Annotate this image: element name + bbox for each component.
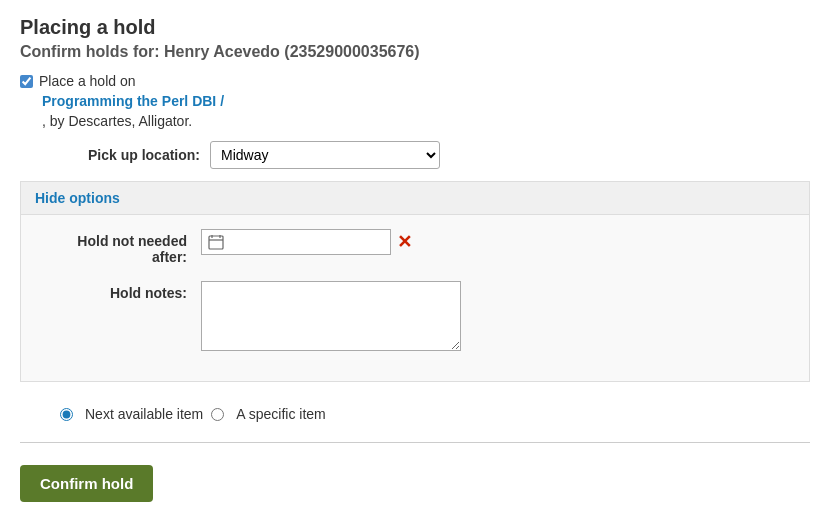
footer-actions: Confirm hold xyxy=(20,451,810,502)
hold-not-needed-row: Hold not neededafter: xyxy=(41,229,789,265)
specific-item-label: A specific item xyxy=(236,406,325,422)
pickup-row: Pick up location: Midway Branch 1 Branch… xyxy=(20,141,810,169)
next-available-label: Next available item xyxy=(85,406,203,422)
hide-options-link[interactable]: Hide options xyxy=(35,190,120,206)
hold-not-needed-label: Hold not neededafter: xyxy=(41,229,201,265)
pickup-label: Pick up location: xyxy=(80,147,200,163)
book-author: , by Descartes, Alligator. xyxy=(42,113,810,129)
place-hold-label: Place a hold on xyxy=(39,73,136,89)
pickup-select[interactable]: Midway Branch 1 Branch 2 Main Library xyxy=(210,141,440,169)
confirm-hold-button[interactable]: Confirm hold xyxy=(20,465,153,502)
date-field-container xyxy=(201,229,391,255)
hold-item-row: Place a hold on xyxy=(20,73,810,89)
page-container: Placing a hold Confirm holds for: Henry … xyxy=(0,0,830,517)
item-type-row: Next available item A specific item xyxy=(20,394,810,434)
hold-notes-label: Hold notes: xyxy=(41,281,201,301)
date-input[interactable] xyxy=(232,232,382,252)
page-title: Placing a hold xyxy=(20,16,810,39)
options-header: Hide options xyxy=(21,182,809,215)
confirm-title: Confirm holds for: Henry Acevedo (235290… xyxy=(20,43,810,61)
book-title-link[interactable]: Programming the Perl DBI / xyxy=(42,93,810,109)
hold-notes-textarea[interactable] xyxy=(201,281,461,351)
calendar-icon xyxy=(206,232,226,252)
specific-item-radio[interactable] xyxy=(211,408,224,421)
clear-date-button[interactable]: ✕ xyxy=(397,231,412,253)
options-section: Hide options Hold not neededafter: xyxy=(20,181,810,382)
footer-divider xyxy=(20,442,810,443)
next-available-radio[interactable] xyxy=(60,408,73,421)
hold-notes-row: Hold notes: xyxy=(41,281,789,351)
date-input-wrapper: ✕ xyxy=(201,229,412,255)
place-hold-checkbox[interactable] xyxy=(20,75,33,88)
svg-rect-0 xyxy=(209,236,223,249)
options-body: Hold not neededafter: xyxy=(21,215,809,381)
